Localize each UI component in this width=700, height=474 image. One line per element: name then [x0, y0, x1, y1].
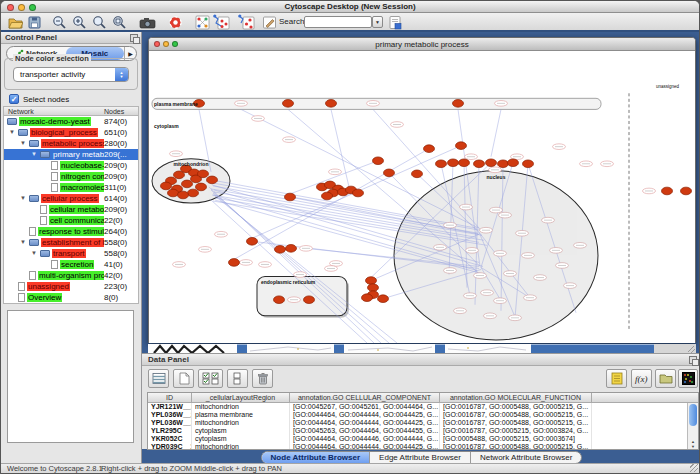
- table-row[interactable]: YPL036W__1mitochondrion[GO:0044464, GO:0…: [148, 419, 698, 427]
- zoom-fit-icon[interactable]: [111, 14, 128, 30]
- annotation-icon[interactable]: [261, 14, 278, 30]
- gene-node[interactable]: [182, 180, 193, 188]
- table-cell[interactable]: YPL036W__2: [148, 411, 192, 419]
- gene-node[interactable]: [178, 191, 189, 199]
- tree-row[interactable]: ▼cellular process614(0): [4, 193, 138, 204]
- gene-node[interactable]: [285, 193, 296, 201]
- tree-expand-icon[interactable]: ▼: [20, 138, 26, 149]
- gene-node[interactable]: [207, 176, 218, 184]
- attribute-batch-icon[interactable]: [606, 369, 627, 388]
- tree-row[interactable]: multi-organism pro42(0): [4, 270, 138, 281]
- gene-node[interactable]: [378, 295, 389, 303]
- gene-node[interactable]: [229, 259, 240, 267]
- tree-row[interactable]: ▼biological_process651(0): [4, 127, 138, 138]
- gene-node[interactable]: [681, 187, 692, 195]
- table-cell[interactable]: cytoplasm: [192, 435, 290, 443]
- gene-node[interactable]: [662, 187, 673, 195]
- network-minimize-button[interactable]: [163, 41, 169, 47]
- gene-node[interactable]: [436, 160, 447, 168]
- search-input[interactable]: [304, 16, 372, 28]
- unselect-attributes-icon[interactable]: [227, 369, 248, 388]
- network-close-button[interactable]: [154, 41, 160, 47]
- tree-expand-icon[interactable]: ▼: [31, 149, 37, 160]
- select-attributes-icon[interactable]: [198, 369, 223, 388]
- table-row[interactable]: YJR121W__1mitochondrion[GO:0045267, GO:0…: [148, 403, 698, 411]
- zoom-button[interactable]: [29, 4, 36, 11]
- gene-node[interactable]: [247, 237, 258, 245]
- tree-row[interactable]: cellular metabo209(0): [4, 204, 138, 215]
- table-scrollbar-thumb[interactable]: [689, 404, 697, 426]
- tree-row[interactable]: Overview8(0): [4, 292, 138, 303]
- function-builder-icon[interactable]: f(x): [631, 369, 652, 388]
- new-network-icon[interactable]: [238, 14, 255, 30]
- matrix-view-icon[interactable]: [678, 369, 698, 388]
- table-scrollbar-arrows[interactable]: ▲▼: [688, 439, 698, 449]
- table-cell[interactable]: YDR039C__1: [148, 443, 192, 450]
- search-dropdown-arrow[interactable]: ▼: [372, 16, 383, 28]
- gene-node[interactable]: [188, 189, 199, 197]
- gene-node[interactable]: [384, 169, 395, 177]
- gene-node[interactable]: [304, 296, 315, 304]
- tree-row[interactable]: unassigned223(0): [4, 281, 138, 292]
- network-zoom-button[interactable]: [172, 41, 178, 47]
- network-window-titlebar[interactable]: primary metabolic process: [149, 38, 695, 51]
- table-cell[interactable]: [GO:0016787, GO:0005488, GO:0005215, G..…: [440, 411, 592, 419]
- gene-node[interactable]: [353, 189, 364, 197]
- tree-row[interactable]: ▼metabolic process280(0): [4, 138, 138, 149]
- column-header[interactable]: annotation.GO MOLECULAR_FUNCTION: [440, 393, 592, 403]
- table-cell[interactable]: [GO:0044464, GO:0044446, GO:0044444, G..…: [290, 435, 440, 443]
- table-cell[interactable]: [GO:0005488, GO:0005215, GO:0003674]: [440, 435, 592, 443]
- tree-expand-icon[interactable]: ▼: [9, 127, 15, 138]
- column-header[interactable]: _cellularLayoutRegion: [192, 393, 290, 403]
- table-cell[interactable]: [GO:0044464, GO:0044444, GO:0044425, G..…: [290, 419, 440, 427]
- table-row[interactable]: YLR295Ccytoplasm[GO:0045263, GO:0044464,…: [148, 427, 698, 435]
- column-header[interactable]: annotation.GO CELLULAR_COMPONENT: [290, 393, 440, 403]
- gene-node[interactable]: [326, 100, 337, 108]
- gene-node[interactable]: [368, 284, 379, 292]
- column-header[interactable]: ID: [148, 393, 192, 403]
- gene-node[interactable]: [456, 142, 467, 150]
- browser-tab[interactable]: Node Attribute Browser: [262, 452, 371, 463]
- import-attributes-icon[interactable]: [655, 369, 676, 388]
- network-overview-icon[interactable]: [194, 14, 211, 30]
- gene-node[interactable]: [508, 159, 519, 167]
- table-cell[interactable]: [GO:0016787, GO:0005488, GO:0005215, G..…: [440, 419, 592, 427]
- modify-attributes-icon[interactable]: [148, 369, 169, 388]
- data-panel-float-icon[interactable]: [689, 356, 697, 364]
- gene-node[interactable]: [161, 182, 172, 190]
- tree-row[interactable]: macromolecule311(0): [4, 182, 138, 193]
- gene-node[interactable]: [523, 160, 534, 168]
- table-row[interactable]: YPL036W__2plasma membrane[GO:0044464, GO…: [148, 411, 698, 419]
- gene-node[interactable]: [168, 189, 179, 197]
- browser-tab[interactable]: Network Attribute Browser: [471, 452, 581, 463]
- gene-node[interactable]: [448, 159, 459, 167]
- gene-node[interactable]: [283, 100, 294, 108]
- gene-node[interactable]: [474, 160, 485, 168]
- gene-node[interactable]: [322, 192, 333, 200]
- tree-expand-icon[interactable]: ▼: [31, 248, 37, 259]
- zoom-selected-icon[interactable]: [91, 14, 108, 30]
- gene-node[interactable]: [274, 296, 285, 304]
- table-row[interactable]: YKR052Ccytoplasm[GO:0044464, GO:0044446,…: [148, 435, 698, 443]
- gene-node[interactable]: [366, 277, 377, 285]
- zoom-in-icon[interactable]: [71, 14, 88, 30]
- tree-row[interactable]: ▼transport558(0): [4, 248, 138, 259]
- tree-row[interactable]: ▼establishment of lo558(0): [4, 237, 138, 248]
- table-cell[interactable]: [GO:0016787, GO:0005488, GO:0005215, G..…: [440, 403, 592, 411]
- table-cell[interactable]: mitochondrion: [192, 443, 290, 450]
- tree-row[interactable]: response to stimul264(0): [4, 226, 138, 237]
- resize-grip[interactable]: [690, 464, 698, 472]
- table-cell[interactable]: [GO:0044464, GO:0044444, GO:0044425, G..…: [290, 411, 440, 419]
- tree-row[interactable]: cell communicat22(0): [4, 215, 138, 226]
- table-cell[interactable]: [GO:0045263, GO:0044464, GO:0044455, G..…: [290, 427, 440, 435]
- table-row[interactable]: YDR039C__1mitochondrion[GO:0044464, GO:0…: [148, 443, 698, 450]
- select-nodes-checkbox[interactable]: ✓: [9, 94, 19, 104]
- gene-node[interactable]: [412, 170, 423, 178]
- gene-node[interactable]: [424, 145, 435, 153]
- gene-node[interactable]: [459, 159, 470, 167]
- tree-col-network[interactable]: Network: [8, 107, 34, 116]
- table-cell[interactable]: YLR295C: [148, 427, 192, 435]
- snapshot-camera-icon[interactable]: [139, 14, 156, 30]
- save-session-icon[interactable]: [26, 14, 43, 30]
- browser-tab[interactable]: Edge Attribute Browser: [370, 452, 471, 463]
